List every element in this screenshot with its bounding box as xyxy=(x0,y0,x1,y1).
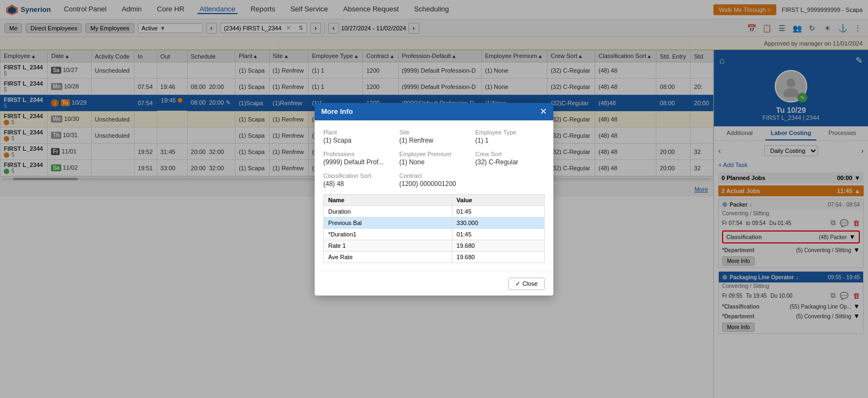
modal-table-row[interactable]: Rate 1 19.680 xyxy=(324,240,545,251)
modal-contract-value: (1200) 0000001200 xyxy=(399,180,469,188)
modal-contract-label: Contract xyxy=(399,172,469,179)
modal-plant-value: (1) Scapa xyxy=(323,137,393,144)
modal-row-name: Ave Rate xyxy=(324,251,452,262)
modal-crew-sort-value: (32) C-Regular xyxy=(475,158,545,166)
modal-site-value: (1) Renfrew xyxy=(399,137,469,144)
modal-fields-grid: Plant (1) Scapa Site (1) Renfrew Employe… xyxy=(323,129,545,188)
modal-table-row[interactable]: *Duration1 01:45 xyxy=(324,228,545,240)
modal-table-row[interactable]: Ave Rate 19.680 xyxy=(324,251,545,262)
modal-row-value: 01:45 xyxy=(452,228,544,240)
modal-row-value: 330.000 xyxy=(452,217,544,228)
modal-overlay[interactable]: More Info ✕ Plant (1) Scapa Site (1) Ren… xyxy=(0,0,868,398)
modal-row-name: Duration xyxy=(324,206,452,217)
modal-emp-type-field: Employee Type (1) 1 xyxy=(475,129,545,144)
modal-site-label: Site xyxy=(399,129,469,136)
modal-col-name: Name xyxy=(324,194,452,206)
modal-row-value: 01:45 xyxy=(452,206,544,217)
modal-emp-type-value: (1) 1 xyxy=(475,137,545,144)
modal-plant-field: Plant (1) Scapa xyxy=(323,129,393,144)
modal-emp-premium-label: Employee Premium xyxy=(399,151,469,157)
modal-site-field: Site (1) Renfrew xyxy=(399,129,469,144)
modal-col-value: Value xyxy=(452,194,544,206)
modal-emp-premium-field: Employee Premium (1) None xyxy=(399,151,469,166)
checkmark-icon: ✓ xyxy=(515,280,520,287)
modal-crew-sort-label: Crew Sort xyxy=(475,151,545,157)
modal-row-value: 19.680 xyxy=(452,251,544,262)
modal-table-row-highlighted[interactable]: Previous Bal 330.000 xyxy=(324,217,545,228)
modal-footer: ✓ Close xyxy=(315,272,553,296)
modal-header: More Info ✕ xyxy=(315,103,553,120)
modal-row-name: Rate 1 xyxy=(324,240,452,251)
modal-professions-label: Professions xyxy=(323,151,393,157)
modal-row-value: 19.680 xyxy=(452,240,544,251)
modal-contract-field: Contract (1200) 0000001200 xyxy=(399,172,469,188)
modal-row-name: *Duration1 xyxy=(324,228,452,240)
modal-body: Plant (1) Scapa Site (1) Renfrew Employe… xyxy=(315,120,553,272)
modal-emp-type-label: Employee Type xyxy=(475,129,545,136)
modal-table: Name Value Duration 01:45 Previous Bal 3… xyxy=(323,194,545,263)
modal-emp-premium-value: (1) None xyxy=(399,158,469,166)
modal-class-sort-value: (48) 48 xyxy=(323,180,393,188)
modal-title: More Info xyxy=(321,107,353,115)
modal-plant-label: Plant xyxy=(323,129,393,136)
modal-class-sort-field: Classification Sort (48) 48 xyxy=(323,172,393,188)
modal-crew-sort-field: Crew Sort (32) C-Regular xyxy=(475,151,545,166)
modal-class-sort-label: Classification Sort xyxy=(323,172,393,179)
modal-professions-value: (9999) Default Prof... xyxy=(323,158,393,166)
modal-row-name: Previous Bal xyxy=(324,217,452,228)
modal-table-body: Duration 01:45 Previous Bal 330.000 *Dur… xyxy=(324,206,545,262)
modal-table-header: Name Value xyxy=(324,194,545,206)
modal-professions-field: Professions (9999) Default Prof... xyxy=(323,151,393,166)
modal-close-confirm-button[interactable]: ✓ Close xyxy=(508,278,545,290)
close-label: Close xyxy=(522,280,538,287)
modal-table-row[interactable]: Duration 01:45 xyxy=(324,206,545,217)
more-info-modal: More Info ✕ Plant (1) Scapa Site (1) Ren… xyxy=(315,103,553,296)
modal-close-button[interactable]: ✕ xyxy=(540,107,547,116)
